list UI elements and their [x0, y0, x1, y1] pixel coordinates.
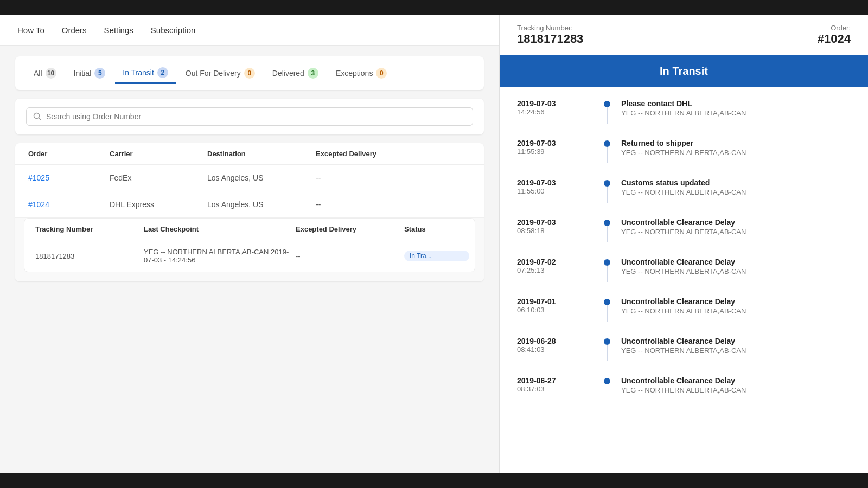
expanded-tracking-number[interactable]: 1818171283 [35, 252, 144, 260]
timeline-left: 2019-07-01 06:10:03 [517, 297, 593, 314]
svg-line-1 [39, 118, 41, 120]
order-link-1024[interactable]: #1024 [28, 200, 110, 209]
timeline-left: 2019-06-27 08:37:03 [517, 376, 593, 393]
timeline-dot [604, 338, 610, 345]
timeline-right: Customs status updated YEG -- NORTHERN A… [621, 178, 851, 196]
timeline-item: 2019-07-03 11:55:39 Returned to shipper … [500, 131, 868, 171]
timeline-event: Customs status updated [621, 178, 851, 187]
tab-out-for-delivery[interactable]: Out For Delivery 0 [178, 63, 263, 84]
expanded-last-checkpoint: YEG -- NORTHERN ALBERTA,AB-CAN 2019-07-0… [144, 248, 296, 264]
col-destination: Destination [207, 150, 316, 158]
timeline-event: Uncontrollable Clearance Delay [621, 337, 851, 345]
tracking-header: Tracking Number: 1818171283 Order: #1024 [500, 15, 868, 55]
timeline-dot [604, 299, 610, 305]
timeline-line [607, 305, 608, 322]
tab-initial[interactable]: Initial 5 [66, 63, 113, 84]
status-header: In Transit [500, 55, 868, 87]
right-panel: Tracking Number: 1818171283 Order: #1024… [499, 15, 868, 473]
tab-exceptions-badge: 0 [376, 68, 387, 79]
nav-how-to[interactable]: How To [17, 23, 44, 37]
timeline-location: YEG -- NORTHERN ALBERTA,AB-CAN [621, 228, 851, 236]
tab-all[interactable]: All 10 [26, 63, 64, 84]
timeline-left: 2019-07-03 08:58:18 [517, 218, 593, 235]
col-carrier: Carrier [110, 150, 207, 158]
expected-delivery-1024: -- [316, 200, 424, 209]
timeline-dot-col [602, 218, 612, 242]
timeline-date: 2019-07-03 [517, 139, 593, 147]
tab-all-badge: 10 [46, 68, 56, 79]
timeline-dot-col [602, 139, 612, 163]
timeline-dot [604, 180, 610, 187]
timeline-event: Uncontrollable Clearance Delay [621, 218, 851, 227]
nav-orders[interactable]: Orders [62, 23, 87, 37]
timeline-right: Uncontrollable Clearance Delay YEG -- NO… [621, 297, 851, 315]
exp-col-tracking: Tracking Number [35, 225, 144, 233]
timeline-time: 07:25:13 [517, 266, 593, 274]
tab-out-for-delivery-label: Out For Delivery [186, 69, 241, 78]
timeline-line [607, 187, 608, 203]
content-area: All 10 Initial 5 In Transit 2 Out For De… [0, 46, 499, 473]
timeline-event: Uncontrollable Clearance Delay [621, 258, 851, 266]
timeline-line [607, 226, 608, 242]
timeline-date: 2019-06-28 [517, 337, 593, 345]
timeline-event: Returned to shipper [621, 139, 851, 147]
order-label: Order: [818, 24, 851, 32]
timeline-location: YEG -- NORTHERN ALBERTA,AB-CAN [621, 267, 851, 275]
timeline-dot-col [602, 297, 612, 322]
timeline-time: 08:41:03 [517, 345, 593, 354]
timeline-dot-col [602, 376, 612, 384]
search-input-wrap [26, 107, 473, 126]
order-number-group: Order: #1024 [818, 24, 851, 46]
table-row: #1025 FedEx Los Angeles, US -- [15, 165, 484, 191]
timeline-right: Please contact DHL YEG -- NORTHERN ALBER… [621, 99, 851, 117]
tab-delivered[interactable]: Delivered 3 [265, 63, 326, 84]
timeline-left: 2019-06-28 08:41:03 [517, 337, 593, 354]
timeline-time: 14:24:56 [517, 108, 593, 116]
expanded-expected-delivery: -- [296, 252, 404, 260]
left-panel: How To Orders Settings Subscription All … [0, 15, 499, 473]
timeline-right: Returned to shipper YEG -- NORTHERN ALBE… [621, 139, 851, 157]
order-link-1025[interactable]: #1025 [28, 174, 110, 182]
top-bar [0, 0, 868, 15]
timeline-container[interactable]: 2019-07-03 14:24:56 Please contact DHL Y… [500, 87, 868, 473]
search-input[interactable] [46, 112, 466, 121]
nav-subscription[interactable]: Subscription [151, 23, 196, 37]
timeline-date: 2019-06-27 [517, 376, 593, 385]
tab-exceptions[interactable]: Exceptions 0 [328, 63, 394, 84]
timeline-date: 2019-07-03 [517, 99, 593, 108]
timeline-event: Please contact DHL [621, 99, 851, 108]
tab-in-transit-badge: 2 [157, 67, 168, 78]
timeline-time: 11:55:00 [517, 187, 593, 195]
destination-1025: Los Angeles, US [207, 174, 316, 182]
order-value: #1024 [818, 32, 851, 46]
timeline-location: YEG -- NORTHERN ALBERTA,AB-CAN [621, 346, 851, 355]
timeline-left: 2019-07-02 07:25:13 [517, 258, 593, 274]
search-container [15, 99, 484, 134]
carrier-1025: FedEx [110, 174, 207, 182]
timeline-item: 2019-07-01 06:10:03 Uncontrollable Clear… [500, 290, 868, 329]
tabs-container: All 10 Initial 5 In Transit 2 Out For De… [15, 56, 484, 90]
timeline-item: 2019-07-03 08:58:18 Uncontrollable Clear… [500, 210, 868, 250]
timeline-item: 2019-06-27 08:37:03 Uncontrollable Clear… [500, 369, 868, 402]
timeline-dot-col [602, 337, 612, 361]
tracking-number-group: Tracking Number: 1818171283 [517, 24, 583, 46]
search-icon [33, 112, 42, 121]
tab-delivered-label: Delivered [272, 69, 304, 78]
timeline-item: 2019-07-03 11:55:00 Customs status updat… [500, 171, 868, 210]
tab-in-transit-label: In Transit [123, 68, 154, 77]
tab-in-transit[interactable]: In Transit 2 [115, 63, 176, 84]
nav-settings[interactable]: Settings [104, 23, 133, 37]
expanded-row-1024: Tracking Number Last Checkpoint Excepted… [15, 218, 484, 281]
timeline-right: Uncontrollable Clearance Delay YEG -- NO… [621, 258, 851, 275]
timeline-dot-col [602, 99, 612, 124]
expected-delivery-1025: -- [316, 174, 424, 182]
timeline-dot [604, 101, 610, 107]
timeline-dot-col [602, 258, 612, 282]
tracking-number-value: 1818171283 [517, 32, 583, 46]
timeline-date: 2019-07-01 [517, 297, 593, 306]
timeline-time: 08:37:03 [517, 385, 593, 393]
timeline-dot [604, 140, 610, 147]
timeline-dot [604, 220, 610, 226]
timeline-time: 11:55:39 [517, 147, 593, 156]
timeline-dot-col [602, 178, 612, 203]
